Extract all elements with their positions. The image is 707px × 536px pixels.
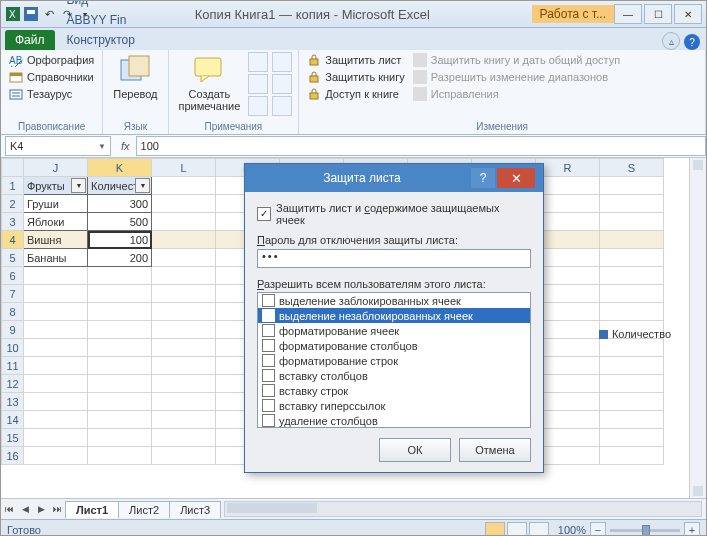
cell-L6[interactable] — [152, 267, 216, 285]
cell-K16[interactable] — [88, 447, 152, 465]
cell-L1[interactable] — [152, 177, 216, 195]
view-layout-button[interactable] — [507, 522, 527, 536]
cell-S16[interactable] — [600, 447, 664, 465]
cell-J7[interactable] — [24, 285, 88, 303]
cell-K14[interactable] — [88, 411, 152, 429]
perm-checkbox-5[interactable] — [262, 369, 275, 382]
show-all-comments-button[interactable] — [272, 74, 292, 94]
cell-L13[interactable] — [152, 393, 216, 411]
proofing-2[interactable]: Тезаурус — [7, 86, 96, 102]
cell-K3[interactable]: 500 — [88, 213, 152, 231]
cell-R4[interactable] — [536, 231, 600, 249]
cell-K10[interactable] — [88, 339, 152, 357]
row-header-11[interactable]: 11 — [2, 357, 24, 375]
row-header-8[interactable]: 8 — [2, 303, 24, 321]
view-normal-button[interactable] — [485, 522, 505, 536]
cell-J8[interactable] — [24, 303, 88, 321]
cell-J6[interactable] — [24, 267, 88, 285]
close-button[interactable]: ✕ — [674, 4, 702, 24]
cell-J9[interactable] — [24, 321, 88, 339]
sheet-nav-prev[interactable]: ◀ — [17, 501, 33, 517]
cell-J11[interactable] — [24, 357, 88, 375]
cell-J1[interactable]: Фрукты▾ — [24, 177, 88, 195]
ribbon-minimize-icon[interactable]: ▵ — [662, 32, 680, 50]
perm-item-6[interactable]: вставку строк — [258, 383, 530, 398]
permissions-list[interactable]: выделение заблокированных ячееквыделение… — [257, 292, 531, 428]
sheet-tab-Лист1[interactable]: Лист1 — [65, 501, 119, 518]
vertical-scrollbar[interactable] — [689, 158, 706, 498]
cell-K8[interactable] — [88, 303, 152, 321]
filter-icon[interactable]: ▾ — [71, 178, 86, 193]
zoom-out-button[interactable]: − — [590, 522, 606, 536]
cell-K6[interactable] — [88, 267, 152, 285]
show-ink-button[interactable] — [272, 96, 292, 116]
zoom-slider[interactable] — [610, 529, 680, 532]
col-header-S[interactable]: S — [600, 159, 664, 177]
perm-item-8[interactable]: удаление столбцов — [258, 413, 530, 428]
cell-K1[interactable]: Количеств▾ — [88, 177, 152, 195]
row-header-16[interactable]: 16 — [2, 447, 24, 465]
cancel-button[interactable]: Отмена — [459, 438, 531, 462]
col-header-R[interactable]: R — [536, 159, 600, 177]
cell-L5[interactable] — [152, 249, 216, 267]
select-all-corner[interactable] — [2, 159, 24, 177]
cell-S1[interactable] — [600, 177, 664, 195]
cell-S4[interactable] — [600, 231, 664, 249]
cell-J14[interactable] — [24, 411, 88, 429]
formula-input[interactable]: 100 — [136, 136, 706, 156]
cell-L16[interactable] — [152, 447, 216, 465]
perm-checkbox-2[interactable] — [262, 324, 275, 337]
row-header-2[interactable]: 2 — [2, 195, 24, 213]
cell-R13[interactable] — [536, 393, 600, 411]
cell-R7[interactable] — [536, 285, 600, 303]
cell-K2[interactable]: 300 — [88, 195, 152, 213]
cell-S7[interactable] — [600, 285, 664, 303]
cell-L9[interactable] — [152, 321, 216, 339]
row-header-5[interactable]: 5 — [2, 249, 24, 267]
minimize-button[interactable]: — — [614, 4, 642, 24]
cell-S6[interactable] — [600, 267, 664, 285]
tab-abbyy fin[interactable]: ABBYY Fin — [59, 10, 143, 30]
cell-R5[interactable] — [536, 249, 600, 267]
col-header-K[interactable]: K — [88, 159, 152, 177]
perm-checkbox-4[interactable] — [262, 354, 275, 367]
cell-K13[interactable] — [88, 393, 152, 411]
tab-конструктор[interactable]: Конструктор — [59, 30, 143, 50]
perm-item-4[interactable]: форматирование строк — [258, 353, 530, 368]
cell-L8[interactable] — [152, 303, 216, 321]
perm-checkbox-6[interactable] — [262, 384, 275, 397]
translate-button[interactable]: Перевод — [109, 52, 161, 102]
cell-S2[interactable] — [600, 195, 664, 213]
cell-S12[interactable] — [600, 375, 664, 393]
row-header-7[interactable]: 7 — [2, 285, 24, 303]
cell-K15[interactable] — [88, 429, 152, 447]
cell-L11[interactable] — [152, 357, 216, 375]
perm-checkbox-3[interactable] — [262, 339, 275, 352]
perm-checkbox-7[interactable] — [262, 399, 275, 412]
changes-item-1[interactable]: Защитить книгу — [305, 69, 407, 85]
cell-K5[interactable]: 200 — [88, 249, 152, 267]
cell-L3[interactable] — [152, 213, 216, 231]
cell-S10[interactable] — [600, 339, 664, 357]
perm-item-0[interactable]: выделение заблокированных ячеек — [258, 293, 530, 308]
dialog-help-button[interactable]: ? — [471, 168, 495, 188]
changes-item-0[interactable]: Защитить лист — [305, 52, 407, 68]
cell-R12[interactable] — [536, 375, 600, 393]
perm-checkbox-0[interactable] — [262, 294, 275, 307]
fx-icon[interactable]: fx — [115, 140, 136, 152]
cell-J16[interactable] — [24, 447, 88, 465]
cell-S8[interactable] — [600, 303, 664, 321]
sheet-nav-first[interactable]: ⏮ — [1, 501, 17, 517]
cell-K4[interactable]: 100 — [88, 231, 152, 249]
cell-S13[interactable] — [600, 393, 664, 411]
cell-K9[interactable] — [88, 321, 152, 339]
cell-S3[interactable] — [600, 213, 664, 231]
cell-L14[interactable] — [152, 411, 216, 429]
perm-item-2[interactable]: форматирование ячеек — [258, 323, 530, 338]
cell-R9[interactable] — [536, 321, 600, 339]
new-comment-button[interactable]: Создать примечание — [175, 52, 245, 116]
sheet-nav-next[interactable]: ▶ — [33, 501, 49, 517]
cell-J5[interactable]: Бананы — [24, 249, 88, 267]
cell-L15[interactable] — [152, 429, 216, 447]
row-header-13[interactable]: 13 — [2, 393, 24, 411]
